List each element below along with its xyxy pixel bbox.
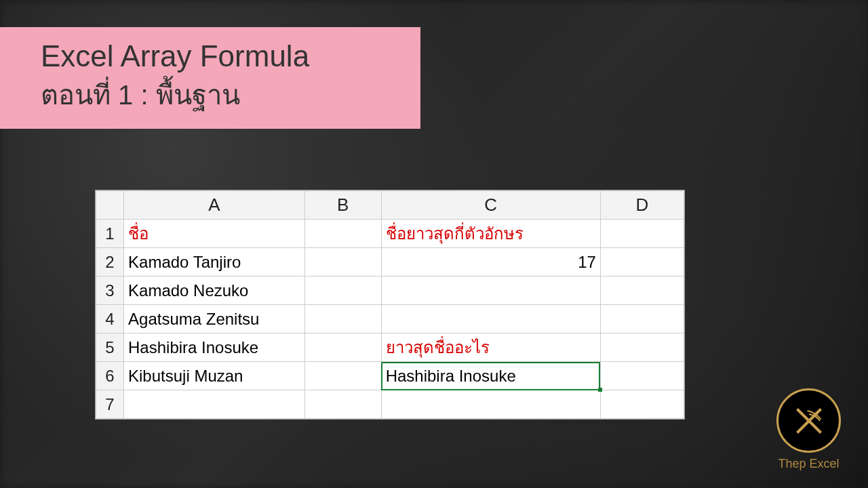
cell-C4[interactable] bbox=[381, 305, 600, 333]
row-header-7[interactable]: 7 bbox=[96, 390, 124, 419]
cell-A3[interactable]: Kamado Nezuko bbox=[124, 277, 305, 305]
column-header-C[interactable]: C bbox=[381, 191, 600, 220]
column-header-B[interactable]: B bbox=[304, 191, 381, 220]
cell-B4[interactable] bbox=[304, 305, 381, 333]
cell-C2[interactable]: 17 bbox=[381, 248, 600, 277]
title-line-1: Excel Array Formula bbox=[41, 39, 420, 73]
cell-D2[interactable] bbox=[600, 248, 684, 277]
row-header-6[interactable]: 6 bbox=[96, 362, 124, 390]
cell-C5[interactable]: ยาวสุดชื่ออะไร bbox=[381, 333, 600, 362]
cell-C3[interactable] bbox=[381, 277, 600, 305]
cell-D4[interactable] bbox=[600, 305, 684, 333]
row-header-1[interactable]: 1 bbox=[96, 220, 124, 248]
cell-D5[interactable] bbox=[600, 333, 684, 362]
cell-B1[interactable] bbox=[304, 220, 381, 248]
cell-C6[interactable]: Hashibira Inosuke bbox=[381, 362, 600, 390]
cell-B3[interactable] bbox=[304, 277, 381, 305]
spreadsheet-grid[interactable]: A B C D 1 ชื่อ ชื่อยาวสุดกี่ตัวอักษร 2 K… bbox=[95, 190, 685, 420]
title-line-2: ตอนที่ 1 : พื้นฐาน bbox=[41, 73, 420, 117]
cell-B2[interactable] bbox=[304, 248, 381, 277]
brand-label: Thep Excel bbox=[776, 457, 841, 471]
cell-A7[interactable] bbox=[124, 390, 305, 419]
row-header-5[interactable]: 5 bbox=[96, 333, 124, 362]
cell-D1[interactable] bbox=[600, 220, 684, 248]
row-header-4[interactable]: 4 bbox=[96, 305, 124, 333]
branding: Thep Excel bbox=[776, 388, 841, 471]
cell-A1[interactable]: ชื่อ bbox=[124, 220, 305, 248]
cell-D3[interactable] bbox=[600, 277, 684, 305]
column-header-A[interactable]: A bbox=[124, 191, 305, 220]
select-all-corner[interactable] bbox=[96, 191, 124, 220]
brand-logo-icon bbox=[776, 388, 841, 453]
title-banner: Excel Array Formula ตอนที่ 1 : พื้นฐาน bbox=[0, 27, 420, 129]
cell-A6[interactable]: Kibutsuji Muzan bbox=[124, 362, 305, 390]
column-header-D[interactable]: D bbox=[600, 191, 684, 220]
cell-D6[interactable] bbox=[600, 362, 684, 390]
cell-A4[interactable]: Agatsuma Zenitsu bbox=[124, 305, 305, 333]
row-header-2[interactable]: 2 bbox=[96, 248, 124, 277]
cell-D7[interactable] bbox=[600, 390, 684, 419]
cell-B5[interactable] bbox=[304, 333, 381, 362]
cell-C1[interactable]: ชื่อยาวสุดกี่ตัวอักษร bbox=[381, 220, 600, 248]
cell-B7[interactable] bbox=[304, 390, 381, 419]
cell-C7[interactable] bbox=[381, 390, 600, 419]
cell-A2[interactable]: Kamado Tanjiro bbox=[124, 248, 305, 277]
cell-B6[interactable] bbox=[304, 362, 381, 390]
row-header-3[interactable]: 3 bbox=[96, 277, 124, 305]
cell-A5[interactable]: Hashibira Inosuke bbox=[124, 333, 305, 362]
